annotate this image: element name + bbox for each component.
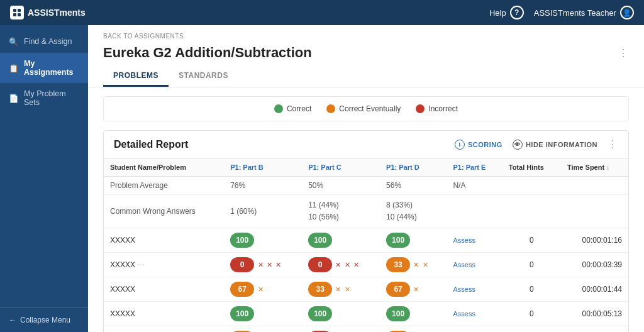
tab-problems[interactable]: PROBLEMS	[103, 66, 169, 87]
avg-name-cell: Problem Average	[104, 177, 224, 195]
assess-link[interactable]: Assess	[453, 285, 475, 293]
student-hints-cell: 0	[502, 228, 561, 253]
legend-correct-eventually: Correct Eventually	[326, 104, 401, 113]
student-partE-cell: Assess	[447, 326, 502, 332]
avg-partC-cell: 50%	[302, 177, 380, 195]
wrong-mark: ✕	[353, 261, 359, 268]
col-header-partD[interactable]: P1: Part D	[380, 158, 447, 177]
wrong-name-cell: Common Wrong Answers	[104, 195, 224, 228]
student-partD-cell: 33 ✕ ✕	[380, 253, 447, 277]
wrong-mark: ✕	[258, 261, 264, 268]
wrong-mark: ✕	[258, 285, 264, 293]
wrong-mark: ✕	[423, 261, 428, 268]
avg-hints-cell	[502, 177, 561, 195]
svg-rect-3	[18, 13, 21, 16]
sort-icon[interactable]: ↕	[606, 164, 609, 171]
student-partB-cell: 100	[224, 302, 302, 326]
incorrect-dot	[416, 104, 425, 113]
wrong-mark: ✕	[413, 285, 419, 293]
assess-link[interactable]: Assess	[453, 236, 475, 244]
user-menu[interactable]: ASSISTments Teacher 👤	[534, 6, 634, 19]
table-row: Problem Average 76% 50% 56% N/A	[104, 177, 628, 195]
report-table: Student Name/Problem P1: Part B P1: Part…	[104, 158, 628, 332]
problem-sets-icon: 📄	[9, 93, 19, 103]
student-partB-cell: 0 ✕ ✕ ✕	[224, 253, 302, 277]
table-row: Common Wrong Answers 1 (60%) 11 (44%)10 …	[104, 195, 628, 228]
avg-partD-cell: 56%	[380, 177, 447, 195]
hide-info-button[interactable]: 👁 HIDE INFORMATION	[513, 140, 597, 150]
legend-incorrect: Incorrect	[416, 104, 458, 113]
correct-eventually-dot	[326, 104, 335, 113]
help-button[interactable]: Help ?	[489, 6, 524, 19]
student-partD-cell: 100	[380, 228, 447, 253]
page-menu-button[interactable]: ⋮	[618, 47, 629, 59]
logo: ASSISTments	[10, 6, 86, 19]
help-label: Help	[489, 8, 506, 18]
hide-info-label: HIDE INFORMATION	[526, 141, 597, 148]
scoring-label: SCORING	[468, 141, 502, 148]
user-avatar-icon: 👤	[620, 6, 634, 19]
sidebar-my-problem-sets-label: My Problem Sets	[24, 89, 79, 107]
sidebar-item-my-assignments[interactable]: 📋 My Assignments	[0, 53, 88, 83]
sidebar: 🔍 Find & Assign 📋 My Assignments 📄 My Pr…	[0, 25, 88, 332]
student-name-cell: XXXXX	[104, 302, 224, 326]
wrong-hints-cell	[502, 195, 561, 228]
score-badge: 100	[386, 306, 410, 321]
student-time-cell: 00:00:01:16	[561, 228, 628, 253]
student-name-cell: XXXXX	[104, 326, 224, 332]
avg-partB-cell: 76%	[224, 177, 302, 195]
score-badge: 0	[308, 257, 332, 272]
scoring-button[interactable]: i SCORING	[455, 140, 502, 150]
collapse-menu-button[interactable]: ← Collapse Menu	[0, 307, 88, 332]
row-dots[interactable]: ⋯	[137, 260, 145, 269]
student-partE-cell: Assess	[447, 277, 502, 302]
sidebar-item-my-problem-sets[interactable]: 📄 My Problem Sets	[0, 83, 88, 113]
correct-dot	[274, 104, 283, 113]
student-partE-cell: Assess	[447, 302, 502, 326]
wrong-partC-cell: 11 (44%)10 (56%)	[302, 195, 380, 228]
col-header-time: Time Spent ↕	[561, 158, 628, 177]
logo-icon	[10, 6, 24, 19]
tabs: PROBLEMS STANDARDS	[88, 66, 644, 87]
detailed-report: Detailed Report i SCORING 👁 HIDE INFORMA…	[103, 130, 629, 332]
table-row: XXXXX 67 0 33 Assess 0 00:00:02:44	[104, 326, 628, 332]
report-actions: i SCORING 👁 HIDE INFORMATION ⋮	[455, 138, 618, 150]
back-to-assignments-link[interactable]: BACK TO ASSIGNMENTS	[88, 25, 644, 42]
incorrect-label: Incorrect	[428, 104, 458, 113]
content-inner: BACK TO ASSIGNMENTS Eureka G2 Addition/S…	[88, 25, 644, 332]
score-badge: 0	[230, 257, 254, 272]
col-header-hints: Total Hints	[502, 158, 561, 177]
student-partC-cell: 0 ✕ ✕ ✕	[302, 253, 380, 277]
student-partC-cell: 100	[302, 228, 380, 253]
report-menu-button[interactable]: ⋮	[608, 138, 618, 150]
assess-link[interactable]: Assess	[453, 261, 475, 268]
svg-rect-1	[18, 9, 21, 12]
wrong-partD-cell: 8 (33%)10 (44%)	[380, 195, 447, 228]
top-nav: ASSISTments Help ? ASSISTments Teacher 👤	[0, 0, 644, 25]
sidebar-find-assign-label: Find & Assign	[24, 37, 72, 46]
wrong-partE-cell	[447, 195, 502, 228]
sidebar-nav: 🔍 Find & Assign 📋 My Assignments 📄 My Pr…	[0, 25, 88, 113]
tab-standards[interactable]: STANDARDS	[169, 66, 238, 87]
score-badge: 100	[386, 233, 410, 248]
col-header-partE[interactable]: P1: Part E	[447, 158, 502, 177]
wrong-time-cell	[561, 195, 628, 228]
page-header: Eureka G2 Addition/Subtraction ⋮	[88, 42, 644, 61]
sidebar-my-assignments-label: My Assignments	[24, 59, 79, 77]
report-header: Detailed Report i SCORING 👁 HIDE INFORMA…	[104, 131, 628, 158]
assess-link[interactable]: Assess	[453, 310, 475, 318]
help-icon: ?	[510, 6, 524, 19]
student-partE-cell: Assess	[447, 253, 502, 277]
sidebar-item-find-assign[interactable]: 🔍 Find & Assign	[0, 30, 88, 53]
student-partB-cell: 67	[224, 326, 302, 332]
wrong-mark: ✕	[335, 285, 341, 293]
student-name-cell: XXXXX	[104, 277, 224, 302]
search-icon: 🔍	[9, 36, 19, 47]
student-partB-cell: 100	[224, 228, 302, 253]
wrong-mark: ✕	[275, 261, 281, 268]
col-header-partC[interactable]: P1: Part C	[302, 158, 380, 177]
student-hints-cell: 0	[502, 302, 561, 326]
student-partE-cell: Assess	[447, 228, 502, 253]
col-header-partB[interactable]: P1: Part B	[224, 158, 302, 177]
score-badge: 33	[308, 282, 332, 297]
